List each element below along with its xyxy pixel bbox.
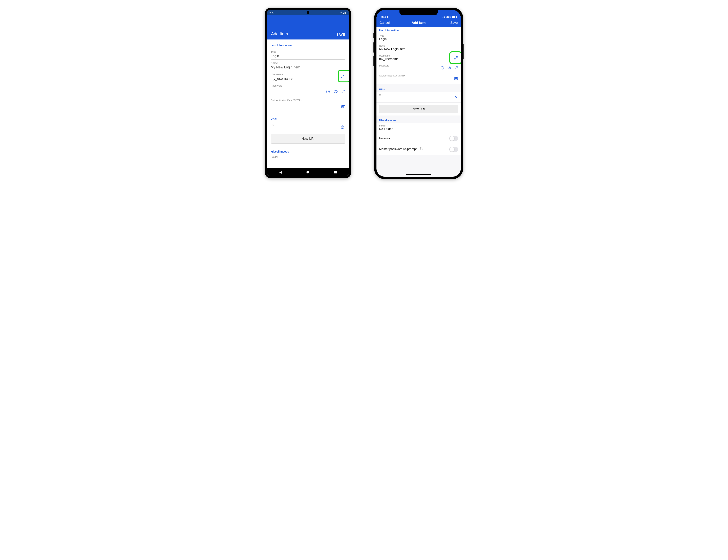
recent-button[interactable] bbox=[334, 171, 337, 173]
section-uris: URIs bbox=[376, 84, 461, 92]
section-item-information: Item Information bbox=[271, 42, 345, 48]
favorite-toggle[interactable] bbox=[449, 136, 458, 141]
uri-field[interactable]: URI bbox=[271, 122, 345, 129]
password-field[interactable]: Password bbox=[376, 63, 461, 73]
android-status-bar: 5:20 ▾ ◢ ▮ bbox=[267, 10, 349, 15]
wifi-icon: ▾ bbox=[340, 11, 342, 14]
status-time: 5:20 bbox=[270, 11, 274, 14]
username-label: Username bbox=[271, 73, 345, 76]
check-password-icon[interactable] bbox=[326, 90, 330, 94]
generate-username-icon[interactable] bbox=[454, 56, 458, 60]
username-value: my_username bbox=[271, 77, 345, 81]
misc-group: Folder No Folder Favorite Master passwor… bbox=[376, 123, 461, 155]
name-label: Name bbox=[271, 62, 345, 65]
folder-label: Folder bbox=[271, 155, 345, 158]
new-uri-button[interactable]: New URI bbox=[379, 105, 458, 113]
android-screen: 5:20 ▾ ◢ ▮ Add Item SAVE Item Informatio… bbox=[267, 10, 349, 176]
type-label: Type bbox=[271, 50, 345, 53]
ios-screen: 7:18 ➤ ••ıı 5G E Cancel Add Item Save It… bbox=[376, 10, 461, 177]
username-label: Username bbox=[379, 54, 458, 57]
item-info-group: Type Login Name My New Login Item Userna… bbox=[376, 33, 461, 84]
toggle-visibility-icon[interactable] bbox=[447, 66, 451, 70]
generate-password-icon[interactable] bbox=[341, 90, 345, 94]
status-right: ••ıı 5G E bbox=[442, 16, 457, 18]
help-icon[interactable]: ? bbox=[419, 147, 422, 151]
scan-totp-icon[interactable] bbox=[454, 76, 458, 80]
ios-nav-bar: Cancel Add Item Save bbox=[376, 19, 461, 27]
android-device-frame: 5:20 ▾ ◢ ▮ Add Item SAVE Item Informatio… bbox=[265, 8, 351, 178]
ios-device-frame: 7:18 ➤ ••ıı 5G E Cancel Add Item Save It… bbox=[374, 8, 463, 179]
reprompt-label: Master password re-prompt bbox=[379, 147, 417, 151]
folder-value: No Folder bbox=[379, 127, 458, 131]
toggle-visibility-icon[interactable] bbox=[334, 90, 338, 94]
android-content: Item Information Type Login Name My New … bbox=[267, 39, 349, 168]
reprompt-toggle[interactable] bbox=[449, 147, 458, 152]
type-value: Login bbox=[271, 54, 345, 58]
generate-password-icon[interactable] bbox=[454, 66, 458, 70]
section-item-information: Item Information bbox=[376, 27, 461, 33]
camera-hole-icon bbox=[307, 11, 309, 14]
save-button[interactable]: Save bbox=[450, 21, 458, 25]
power-button bbox=[463, 44, 464, 59]
type-label: Type bbox=[379, 34, 458, 37]
totp-label: Authenticator Key (TOTP) bbox=[379, 74, 458, 77]
location-icon: ➤ bbox=[387, 15, 389, 18]
type-field[interactable]: Type Login bbox=[376, 33, 461, 43]
save-button[interactable]: SAVE bbox=[336, 33, 345, 36]
signal-icon: ◢ bbox=[343, 11, 344, 14]
username-value: my_username bbox=[379, 57, 458, 61]
username-field[interactable]: Username my_username bbox=[376, 53, 461, 63]
totp-field[interactable]: Authenticator Key (TOTP) bbox=[376, 73, 461, 84]
name-field[interactable]: Name My New Login Item bbox=[271, 60, 345, 71]
notch bbox=[399, 10, 438, 15]
uris-group: URI New URI bbox=[376, 92, 461, 116]
ios-content: Item Information Type Login Name My New … bbox=[376, 27, 461, 177]
uri-field[interactable]: URI bbox=[376, 92, 461, 103]
password-label: Password bbox=[271, 84, 345, 87]
section-miscellaneous: Miscellaneous bbox=[271, 149, 345, 155]
home-indicator[interactable] bbox=[406, 174, 431, 175]
favorite-row: Favorite bbox=[376, 133, 461, 144]
page-title: Add Item bbox=[271, 31, 288, 36]
password-field-wrapper: Password bbox=[271, 82, 345, 96]
network-label: 5G E bbox=[446, 16, 451, 18]
back-button[interactable]: ◀ bbox=[279, 170, 282, 174]
android-app-bar: Add Item SAVE bbox=[267, 15, 349, 39]
status-right-icons: ▾ ◢ ▮ bbox=[340, 11, 347, 14]
name-value: My New Login Item bbox=[379, 47, 458, 51]
reprompt-row: Master password re-prompt ? bbox=[376, 144, 461, 155]
name-field[interactable]: Name My New Login Item bbox=[376, 43, 461, 53]
favorite-label: Favorite bbox=[379, 137, 390, 140]
home-button[interactable] bbox=[306, 171, 309, 173]
status-time-group: 7:18 ➤ bbox=[381, 15, 389, 18]
totp-label: Authenticator Key (TOTP) bbox=[271, 99, 345, 102]
cancel-button[interactable]: Cancel bbox=[380, 21, 390, 25]
section-uris: URIs bbox=[271, 116, 345, 122]
check-password-icon[interactable] bbox=[440, 66, 444, 70]
username-field[interactable]: Username my_username bbox=[271, 71, 345, 82]
volume-down-button bbox=[373, 56, 374, 66]
section-miscellaneous: Miscellaneous bbox=[376, 116, 461, 123]
name-value: My New Login Item bbox=[271, 65, 345, 70]
volume-up-button bbox=[373, 42, 374, 53]
new-uri-button[interactable]: New URI bbox=[271, 134, 345, 144]
uri-settings-icon[interactable] bbox=[454, 95, 458, 99]
uri-label: URI bbox=[379, 94, 458, 96]
battery-icon: ▮ bbox=[345, 11, 347, 14]
android-nav-bar: ◀ bbox=[267, 168, 349, 176]
status-time: 7:18 bbox=[381, 15, 386, 18]
reprompt-label-wrapper: Master password re-prompt ? bbox=[379, 147, 422, 151]
generate-username-icon[interactable] bbox=[340, 74, 345, 79]
folder-label: Folder bbox=[379, 124, 458, 127]
totp-field-wrapper: Authenticator Key (TOTP) bbox=[271, 97, 345, 111]
mute-switch bbox=[373, 33, 374, 38]
battery-icon bbox=[452, 16, 457, 18]
folder-field[interactable]: Folder No Folder bbox=[376, 123, 461, 133]
uri-settings-icon[interactable] bbox=[340, 125, 345, 129]
signal-icon: ••ıı bbox=[442, 16, 445, 18]
type-field[interactable]: Type Login bbox=[271, 48, 345, 60]
uri-label: URI bbox=[271, 124, 345, 127]
type-value: Login bbox=[379, 37, 458, 41]
scan-totp-icon[interactable] bbox=[341, 104, 345, 109]
name-label: Name bbox=[379, 44, 458, 47]
